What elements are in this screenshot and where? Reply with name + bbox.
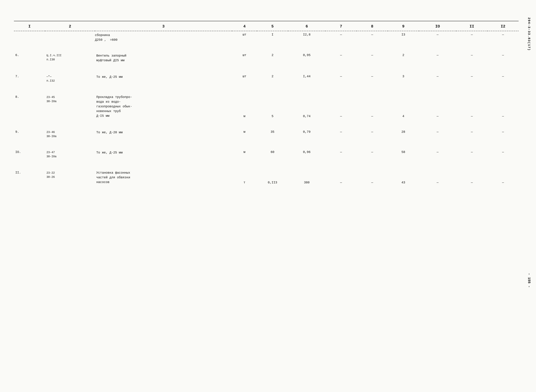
- cell-price: 0,79: [288, 128, 325, 141]
- table-header-row: I 2 3 4 5 6 7 8 9 IO II I2: [14, 21, 519, 31]
- cell-code: —"—п.I32: [45, 72, 95, 85]
- header-col-1: I: [14, 21, 45, 31]
- cell-code: Ц.I.ч.IIIп.I30: [45, 51, 95, 65]
- cell-unit: м: [232, 148, 257, 161]
- cell-desc: То же, Д-25 мм: [95, 148, 232, 161]
- header-col-8: 8: [357, 21, 388, 31]
- table-row: 6. Ц.I.ч.IIIп.I30 Вентиль запорныймуфтов…: [14, 51, 519, 65]
- cell-col10: —: [419, 92, 456, 121]
- cell-col8: —: [357, 51, 388, 65]
- header-col-10: IO: [419, 21, 456, 31]
- cell-col8: —: [357, 168, 388, 187]
- cell-col8: —: [357, 31, 388, 44]
- cell-desc: То же, Д-25 мм: [95, 72, 232, 85]
- cell-unit: шт: [232, 51, 257, 65]
- cell-qty: I: [257, 31, 288, 44]
- cell-num: 8.: [14, 92, 45, 121]
- side-label-bottom: - 155 -: [527, 273, 531, 288]
- cell-col10: —: [419, 168, 456, 187]
- cell-num: II.: [14, 168, 45, 187]
- cell-desc: Вентиль запорныймуфтовый ДI5 мм: [95, 51, 232, 65]
- cell-price: 0,96: [288, 148, 325, 161]
- header-col-7: 7: [325, 21, 357, 31]
- cell-qty: 2: [257, 51, 288, 65]
- cell-col9: 58: [388, 148, 419, 161]
- cell-price: I,44: [288, 72, 325, 85]
- side-label-top: 294-3-33.83(17): [527, 17, 531, 51]
- cell-col7: —: [325, 72, 357, 85]
- cell-col10: —: [419, 31, 456, 44]
- cell-col12: —: [487, 31, 519, 44]
- header-col-3: 3: [95, 21, 232, 31]
- cell-col11: —: [456, 168, 487, 187]
- cell-col11: —: [456, 92, 487, 121]
- cell-code: 23-2230-26: [45, 168, 95, 187]
- cell-unit: м: [232, 92, 257, 121]
- main-table: I 2 3 4 5 6 7 8 9 IO II I2: [14, 21, 519, 187]
- cell-col12: —: [487, 92, 519, 121]
- page: 294-3-33.83(17) I 2 3 4 5 6 7 8: [0, 0, 536, 392]
- table-row: 8. 23-4530-I0а Прокладка трубопро- вода …: [14, 92, 519, 121]
- cell-col8: —: [357, 72, 388, 85]
- cell-price: 380: [288, 168, 325, 187]
- cell-desc: То же, Д-20 мм: [95, 128, 232, 141]
- cell-col7: —: [325, 168, 357, 187]
- cell-col12: —: [487, 72, 519, 85]
- table-row: 9. 23-4630-I0а То же, Д-20 мм м 35 0,79 …: [14, 128, 519, 141]
- cell-col8: —: [357, 128, 388, 141]
- cell-col10: —: [419, 72, 456, 85]
- header-col-5: 5: [257, 21, 288, 31]
- cell-col10: —: [419, 148, 456, 161]
- cell-col8: —: [357, 92, 388, 121]
- cell-code: 23-4730-I0а: [45, 148, 95, 161]
- cell-col7: —: [325, 31, 357, 44]
- cell-col12: —: [487, 168, 519, 187]
- cell-col11: —: [456, 31, 487, 44]
- cell-col10: —: [419, 51, 456, 65]
- table-container: I 2 3 4 5 6 7 8 9 IO II I2: [14, 21, 519, 187]
- cell-col12: —: [487, 128, 519, 141]
- cell-col11: —: [456, 51, 487, 65]
- cell-desc: сборника Д250 , =600: [95, 31, 232, 44]
- header-col-6: 6: [288, 21, 325, 31]
- cell-code: 23-4630-I0а: [45, 128, 95, 141]
- cell-col9: 4: [388, 92, 419, 121]
- cell-unit: шт: [232, 72, 257, 85]
- header-col-12: I2: [487, 21, 519, 31]
- cell-desc: Установка фасонных частей для обвязки на…: [95, 168, 232, 187]
- cell-qty: 2: [257, 72, 288, 85]
- cell-num: [14, 31, 45, 44]
- cell-num: 7.: [14, 72, 45, 85]
- cell-col9: I3: [388, 31, 419, 44]
- cell-code: [45, 31, 95, 44]
- cell-col12: —: [487, 148, 519, 161]
- cell-unit: шт: [232, 31, 257, 44]
- cell-col10: —: [419, 128, 456, 141]
- table-row: II. 23-2230-26 Установка фасонных частей…: [14, 168, 519, 187]
- cell-col12: —: [487, 51, 519, 65]
- cell-qty: 0,II3: [257, 168, 288, 187]
- cell-col7: —: [325, 128, 357, 141]
- cell-col9: 43: [388, 168, 419, 187]
- cell-col7: —: [325, 51, 357, 65]
- header-col-4: 4: [232, 21, 257, 31]
- cell-unit: м: [232, 128, 257, 141]
- cell-code: 23-4530-I0а: [45, 92, 95, 121]
- cell-col9: 3: [388, 72, 419, 85]
- cell-price: 0,74: [288, 92, 325, 121]
- cell-num: 6.: [14, 51, 45, 65]
- table-row: 7. —"—п.I32 То же, Д-25 мм шт 2 I,44 — —…: [14, 72, 519, 85]
- header-col-9: 9: [388, 21, 419, 31]
- cell-num: IO.: [14, 148, 45, 161]
- cell-col11: —: [456, 148, 487, 161]
- cell-col11: —: [456, 72, 487, 85]
- cell-price: 0,95: [288, 51, 325, 65]
- cell-qty: 35: [257, 128, 288, 141]
- header-col-11: II: [456, 21, 487, 31]
- cell-price: I2,8: [288, 31, 325, 44]
- cell-qty: 60: [257, 148, 288, 161]
- cell-num: 9.: [14, 128, 45, 141]
- cell-col7: —: [325, 92, 357, 121]
- cell-col9: 28: [388, 128, 419, 141]
- cell-col11: —: [456, 128, 487, 141]
